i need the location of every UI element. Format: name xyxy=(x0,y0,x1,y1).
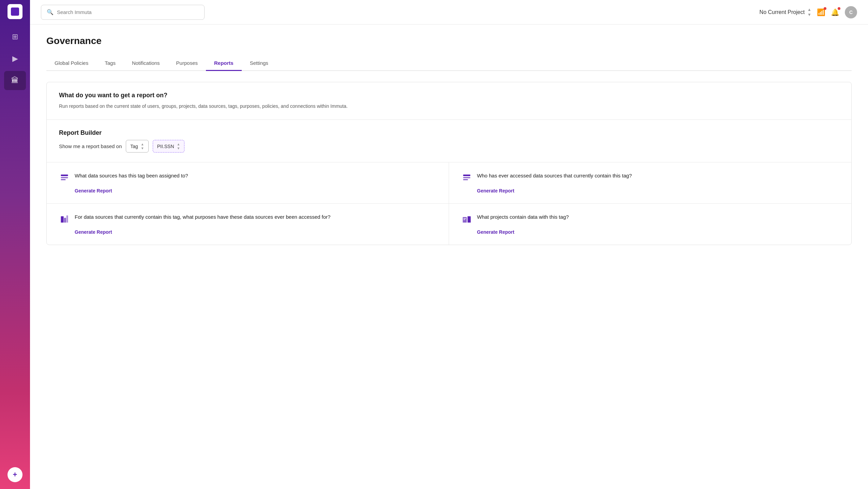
value-selector-arrows-icon: ▲▼ xyxy=(177,142,180,150)
report-options-grid: What data sources has this tag been assi… xyxy=(47,162,851,245)
add-button[interactable]: + xyxy=(8,467,23,482)
sidebar-item-governance[interactable]: 🏛 xyxy=(4,71,26,90)
report-option-2: Who has ever accessed data sources that … xyxy=(449,162,851,204)
main-card: What do you want to get a report on? Run… xyxy=(46,82,852,245)
report-option-4-header: What projects contain data with this tag… xyxy=(461,213,839,225)
svg-rect-2 xyxy=(61,179,66,180)
report-option-2-header: Who has ever accessed data sources that … xyxy=(461,172,839,184)
search-input[interactable] xyxy=(57,9,199,15)
report-option-3-question: For data sources that currently contain … xyxy=(75,213,330,221)
tab-notifications[interactable]: Notifications xyxy=(124,56,168,71)
header-right: No Current Project ▲▼ 📶 🔔 C xyxy=(760,6,857,18)
type-selector[interactable]: Tag ▲▼ xyxy=(126,140,148,153)
report-option-1-icon xyxy=(59,173,70,184)
intro-section: What do you want to get a report on? Run… xyxy=(47,82,851,120)
bell-badge xyxy=(838,7,840,10)
tab-settings[interactable]: Settings xyxy=(242,56,276,71)
report-option-1-question: What data sources has this tag been assi… xyxy=(75,172,188,180)
project-selector-label: No Current Project xyxy=(760,9,805,15)
report-option-3-header: For data sources that currently contain … xyxy=(59,213,436,225)
notifications-bell-button[interactable]: 🔔 xyxy=(831,8,839,16)
report-option-1-header: What data sources has this tag been assi… xyxy=(59,172,436,184)
main-area: 🔍 No Current Project ▲▼ 📶 🔔 C Governance xyxy=(30,0,868,489)
page-content: Governance Global Policies Tags Notifica… xyxy=(30,25,868,489)
logo-mark xyxy=(11,8,19,16)
project-selector-arrows-icon: ▲▼ xyxy=(807,7,811,17)
tab-reports[interactable]: Reports xyxy=(206,56,242,71)
report-builder-section: Report Builder Show me a report based on… xyxy=(47,120,851,162)
sidebar-logo[interactable] xyxy=(8,4,23,19)
report-option-2-question: Who has ever accessed data sources that … xyxy=(477,172,632,180)
report-option-4: What projects contain data with this tag… xyxy=(449,204,851,245)
tab-tags[interactable]: Tags xyxy=(96,56,124,71)
project-selector[interactable]: No Current Project ▲▼ xyxy=(760,7,811,17)
add-icon: + xyxy=(13,470,17,479)
wifi-icon-button[interactable]: 📶 xyxy=(817,8,825,16)
governance-icon: 🏛 xyxy=(11,76,19,85)
report-option-4-icon xyxy=(461,214,472,225)
search-icon: 🔍 xyxy=(47,9,54,15)
report-option-3-icon xyxy=(59,214,70,225)
svg-rect-7 xyxy=(64,218,66,223)
svg-rect-4 xyxy=(463,177,470,178)
report-builder-title: Report Builder xyxy=(59,129,839,136)
header: 🔍 No Current Project ▲▼ 📶 🔔 C xyxy=(30,0,868,25)
sidebar-item-data[interactable]: ⊞ xyxy=(4,27,26,46)
svg-rect-6 xyxy=(61,216,64,223)
generate-report-4-link[interactable]: Generate Report xyxy=(477,229,514,235)
type-selector-arrows-icon: ▲▼ xyxy=(141,142,144,150)
sidebar: ⊞ ▶ 🏛 + xyxy=(0,0,30,489)
report-option-4-question: What projects contain data with this tag… xyxy=(477,213,569,221)
sidebar-nav: ⊞ ▶ 🏛 xyxy=(4,27,26,467)
svg-rect-12 xyxy=(464,219,465,220)
intro-title: What do you want to get a report on? xyxy=(59,92,839,99)
svg-rect-10 xyxy=(467,216,470,223)
svg-rect-8 xyxy=(66,216,68,223)
report-option-2-icon xyxy=(461,173,472,184)
svg-rect-0 xyxy=(61,175,68,176)
value-selector-value: PII.SSN xyxy=(157,144,174,149)
report-builder-row: Show me a report based on Tag ▲▼ PII.SSN… xyxy=(59,140,839,153)
report-option-3: For data sources that currently contain … xyxy=(47,204,449,245)
intro-description: Run reports based on the current state o… xyxy=(59,102,839,110)
svg-rect-1 xyxy=(61,177,68,178)
svg-rect-11 xyxy=(464,218,466,219)
value-selector[interactable]: PII.SSN ▲▼ xyxy=(153,140,185,153)
page-title: Governance xyxy=(46,35,852,46)
type-selector-value: Tag xyxy=(130,144,138,149)
report-option-1: What data sources has this tag been assi… xyxy=(47,162,449,204)
tab-global-policies[interactable]: Global Policies xyxy=(46,56,96,71)
data-icon: ⊞ xyxy=(12,32,18,41)
report-builder-label: Show me a report based on xyxy=(59,143,122,149)
wifi-badge xyxy=(824,7,826,10)
tab-purposes[interactable]: Purposes xyxy=(168,56,206,71)
svg-rect-5 xyxy=(463,179,468,180)
svg-rect-3 xyxy=(463,175,470,176)
sidebar-item-projects[interactable]: ▶ xyxy=(4,49,26,68)
search-box: 🔍 xyxy=(41,5,205,20)
generate-report-3-link[interactable]: Generate Report xyxy=(75,229,112,235)
generate-report-1-link[interactable]: Generate Report xyxy=(75,188,112,193)
projects-icon: ▶ xyxy=(12,54,18,63)
tabs-bar: Global Policies Tags Notifications Purpo… xyxy=(46,56,852,71)
generate-report-2-link[interactable]: Generate Report xyxy=(477,188,514,193)
user-avatar[interactable]: C xyxy=(845,6,857,18)
